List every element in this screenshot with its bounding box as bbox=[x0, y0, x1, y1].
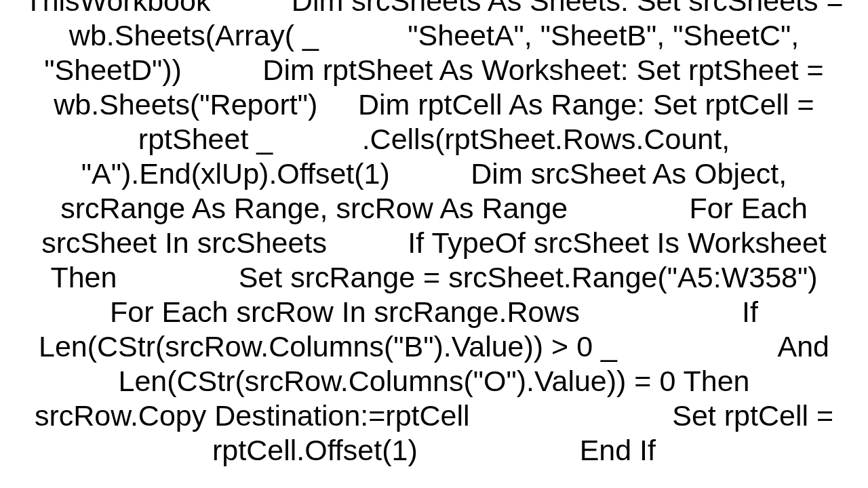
vba-code-text: ThisWorkbook Dim srcSheets As Sheets: Se… bbox=[20, 0, 848, 468]
